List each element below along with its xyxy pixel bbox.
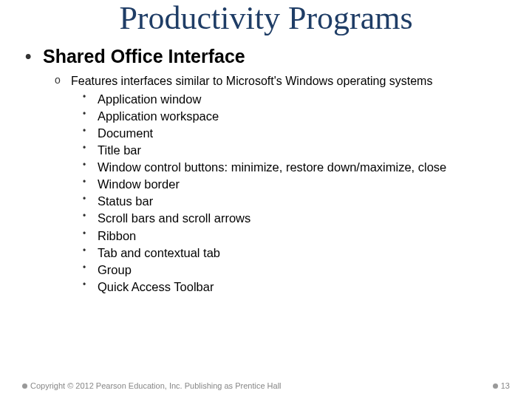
subheading-text: Features interfaces similar to Microsoft…	[71, 75, 432, 87]
footer-left: Copyright © 2012 Pearson Education, Inc.…	[22, 381, 282, 390]
list-item: Scroll bars and scroll arrows	[98, 210, 510, 227]
heading-text: Shared Office Interface	[43, 46, 245, 66]
page-number: 13	[501, 381, 510, 390]
copyright-text: Copyright © 2012 Pearson Education, Inc.…	[30, 381, 282, 390]
list-item: Title bar	[98, 142, 510, 159]
bullet-icon	[22, 383, 27, 389]
footer-right: 13	[493, 381, 510, 390]
list-item: Tab and contextual tab	[98, 245, 510, 262]
list-item: Application workspace	[98, 108, 510, 125]
list-item: Group	[98, 262, 510, 279]
feature-list: Application window Application workspace…	[71, 91, 510, 296]
list-item: Window control buttons: minimize, restor…	[98, 159, 510, 176]
heading-item: Shared Office Interface Features interfa…	[43, 46, 510, 296]
list-item: Window border	[98, 176, 510, 193]
list-item: Ribbon	[98, 228, 510, 245]
sub-list: Features interfaces similar to Microsoft…	[43, 73, 510, 296]
list-item: Application window	[98, 91, 510, 108]
list-item: Quick Access Toolbar	[98, 279, 510, 296]
bullet-icon	[493, 383, 498, 389]
list-item: Document	[98, 125, 510, 142]
subheading-item: Features interfaces similar to Microsoft…	[71, 73, 510, 296]
list-item: Status bar	[98, 193, 510, 210]
footer: Copyright © 2012 Pearson Education, Inc.…	[22, 381, 510, 390]
slide-title: Productivity Programs	[22, 1, 510, 35]
content-list: Shared Office Interface Features interfa…	[22, 46, 510, 296]
slide: Productivity Programs Shared Office Inte…	[0, 1, 532, 399]
